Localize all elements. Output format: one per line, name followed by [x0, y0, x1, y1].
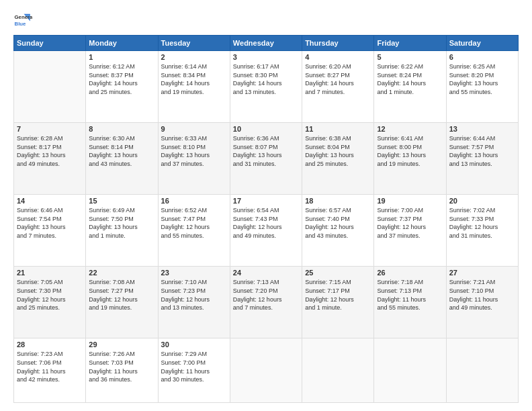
day-number: 20	[449, 197, 515, 205]
calendar-cell: 21Sunrise: 7:05 AMSunset: 7:30 PMDayligh…	[14, 267, 86, 338]
day-info: Sunrise: 7:05 AMSunset: 7:30 PMDaylight:…	[17, 278, 83, 312]
day-number: 25	[305, 269, 371, 277]
weekday-friday: Friday	[374, 36, 446, 51]
calendar-cell: 17Sunrise: 6:54 AMSunset: 7:43 PMDayligh…	[230, 195, 302, 267]
day-number: 1	[89, 53, 154, 61]
calendar-cell: 20Sunrise: 7:02 AMSunset: 7:33 PMDayligh…	[446, 195, 518, 267]
calendar-cell: 9Sunrise: 6:33 AMSunset: 8:10 PMDaylight…	[158, 123, 230, 195]
day-info: Sunrise: 7:18 AMSunset: 7:13 PMDaylight:…	[377, 278, 443, 312]
day-number: 22	[89, 269, 154, 277]
week-row-1: 1Sunrise: 6:12 AMSunset: 8:37 PMDaylight…	[14, 51, 519, 123]
day-info: Sunrise: 7:29 AMSunset: 7:00 PMDaylight:…	[161, 350, 227, 383]
day-number: 27	[449, 269, 515, 277]
calendar-cell: 3Sunrise: 6:17 AMSunset: 8:30 PMDaylight…	[230, 51, 302, 123]
day-info: Sunrise: 7:26 AMSunset: 7:03 PMDaylight:…	[89, 350, 154, 383]
logo-icon: General Blue	[13, 11, 32, 30]
calendar-cell: 2Sunrise: 6:14 AMSunset: 8:34 PMDaylight…	[158, 51, 230, 123]
calendar-cell: 23Sunrise: 7:10 AMSunset: 7:23 PMDayligh…	[158, 267, 230, 338]
calendar-table: SundayMondayTuesdayWednesdayThursdayFrid…	[13, 35, 519, 403]
day-info: Sunrise: 6:20 AMSunset: 8:27 PMDaylight:…	[305, 62, 371, 96]
svg-text:General: General	[15, 14, 32, 20]
day-info: Sunrise: 7:02 AMSunset: 7:33 PMDaylight:…	[449, 206, 515, 240]
day-number: 6	[449, 53, 515, 61]
calendar-cell: 26Sunrise: 7:18 AMSunset: 7:13 PMDayligh…	[374, 267, 446, 338]
day-number: 9	[161, 125, 227, 133]
day-number: 19	[377, 197, 443, 205]
day-number: 17	[233, 197, 299, 205]
day-info: Sunrise: 6:49 AMSunset: 7:50 PMDaylight:…	[89, 206, 154, 240]
logo: General Blue	[13, 11, 32, 30]
calendar-cell	[230, 338, 302, 403]
calendar-cell: 15Sunrise: 6:49 AMSunset: 7:50 PMDayligh…	[86, 195, 158, 267]
day-number: 3	[233, 53, 299, 61]
weekday-wednesday: Wednesday	[230, 36, 302, 51]
day-info: Sunrise: 6:36 AMSunset: 8:07 PMDaylight:…	[233, 134, 299, 168]
calendar-cell: 5Sunrise: 6:22 AMSunset: 8:24 PMDaylight…	[374, 51, 446, 123]
calendar-cell: 30Sunrise: 7:29 AMSunset: 7:00 PMDayligh…	[158, 338, 230, 403]
day-number: 26	[377, 269, 443, 277]
day-info: Sunrise: 6:12 AMSunset: 8:37 PMDaylight:…	[89, 62, 154, 96]
calendar-cell: 7Sunrise: 6:28 AMSunset: 8:17 PMDaylight…	[14, 123, 86, 195]
calendar-cell	[374, 338, 446, 403]
calendar-page: General Blue SundayMondayTuesdayWednesda…	[0, 0, 532, 411]
calendar-cell: 29Sunrise: 7:26 AMSunset: 7:03 PMDayligh…	[86, 338, 158, 403]
day-info: Sunrise: 6:52 AMSunset: 7:47 PMDaylight:…	[161, 206, 227, 240]
day-info: Sunrise: 7:23 AMSunset: 7:06 PMDaylight:…	[17, 350, 83, 383]
day-info: Sunrise: 6:17 AMSunset: 8:30 PMDaylight:…	[233, 62, 299, 96]
week-row-2: 7Sunrise: 6:28 AMSunset: 8:17 PMDaylight…	[14, 123, 519, 195]
day-number: 29	[89, 340, 154, 349]
day-number: 5	[377, 53, 443, 61]
week-row-5: 28Sunrise: 7:23 AMSunset: 7:06 PMDayligh…	[14, 338, 519, 403]
day-number: 7	[17, 125, 83, 133]
weekday-sunday: Sunday	[14, 36, 86, 51]
calendar-cell: 28Sunrise: 7:23 AMSunset: 7:06 PMDayligh…	[14, 338, 86, 403]
day-info: Sunrise: 6:44 AMSunset: 7:57 PMDaylight:…	[449, 134, 515, 168]
day-number: 14	[17, 197, 83, 205]
day-info: Sunrise: 7:15 AMSunset: 7:17 PMDaylight:…	[305, 278, 371, 312]
day-number: 4	[305, 53, 371, 61]
day-number: 10	[233, 125, 299, 133]
calendar-cell: 27Sunrise: 7:21 AMSunset: 7:10 PMDayligh…	[446, 267, 518, 338]
day-number: 13	[449, 125, 515, 133]
day-info: Sunrise: 6:46 AMSunset: 7:54 PMDaylight:…	[17, 206, 83, 240]
calendar-cell: 18Sunrise: 6:57 AMSunset: 7:40 PMDayligh…	[302, 195, 374, 267]
week-row-4: 21Sunrise: 7:05 AMSunset: 7:30 PMDayligh…	[14, 267, 519, 338]
calendar-cell: 16Sunrise: 6:52 AMSunset: 7:47 PMDayligh…	[158, 195, 230, 267]
week-row-3: 14Sunrise: 6:46 AMSunset: 7:54 PMDayligh…	[14, 195, 519, 267]
day-number: 16	[161, 197, 227, 205]
weekday-header-row: SundayMondayTuesdayWednesdayThursdayFrid…	[14, 36, 519, 51]
day-number: 15	[89, 197, 154, 205]
day-number: 12	[377, 125, 443, 133]
day-info: Sunrise: 6:54 AMSunset: 7:43 PMDaylight:…	[233, 206, 299, 240]
calendar-cell	[14, 51, 86, 123]
calendar-cell: 8Sunrise: 6:30 AMSunset: 8:14 PMDaylight…	[86, 123, 158, 195]
calendar-cell: 25Sunrise: 7:15 AMSunset: 7:17 PMDayligh…	[302, 267, 374, 338]
day-info: Sunrise: 6:57 AMSunset: 7:40 PMDaylight:…	[305, 206, 371, 240]
day-number: 21	[17, 269, 83, 277]
day-info: Sunrise: 6:22 AMSunset: 8:24 PMDaylight:…	[377, 62, 443, 96]
day-number: 18	[305, 197, 371, 205]
calendar-cell: 12Sunrise: 6:41 AMSunset: 8:00 PMDayligh…	[374, 123, 446, 195]
day-info: Sunrise: 7:21 AMSunset: 7:10 PMDaylight:…	[449, 278, 515, 312]
calendar-cell	[302, 338, 374, 403]
calendar-cell: 13Sunrise: 6:44 AMSunset: 7:57 PMDayligh…	[446, 123, 518, 195]
weekday-saturday: Saturday	[446, 36, 518, 51]
calendar-cell: 19Sunrise: 7:00 AMSunset: 7:37 PMDayligh…	[374, 195, 446, 267]
svg-text:Blue: Blue	[15, 21, 27, 27]
day-info: Sunrise: 7:08 AMSunset: 7:27 PMDaylight:…	[89, 278, 154, 312]
day-info: Sunrise: 7:00 AMSunset: 7:37 PMDaylight:…	[377, 206, 443, 240]
day-info: Sunrise: 7:10 AMSunset: 7:23 PMDaylight:…	[161, 278, 227, 312]
day-info: Sunrise: 7:13 AMSunset: 7:20 PMDaylight:…	[233, 278, 299, 312]
calendar-cell: 10Sunrise: 6:36 AMSunset: 8:07 PMDayligh…	[230, 123, 302, 195]
calendar-cell: 11Sunrise: 6:38 AMSunset: 8:04 PMDayligh…	[302, 123, 374, 195]
calendar-cell: 14Sunrise: 6:46 AMSunset: 7:54 PMDayligh…	[14, 195, 86, 267]
day-info: Sunrise: 6:38 AMSunset: 8:04 PMDaylight:…	[305, 134, 371, 168]
day-info: Sunrise: 6:25 AMSunset: 8:20 PMDaylight:…	[449, 62, 515, 96]
day-info: Sunrise: 6:33 AMSunset: 8:10 PMDaylight:…	[161, 134, 227, 168]
day-number: 8	[89, 125, 154, 133]
day-info: Sunrise: 6:14 AMSunset: 8:34 PMDaylight:…	[161, 62, 227, 96]
weekday-monday: Monday	[86, 36, 158, 51]
calendar-cell: 24Sunrise: 7:13 AMSunset: 7:20 PMDayligh…	[230, 267, 302, 338]
day-info: Sunrise: 6:41 AMSunset: 8:00 PMDaylight:…	[377, 134, 443, 168]
day-number: 11	[305, 125, 371, 133]
